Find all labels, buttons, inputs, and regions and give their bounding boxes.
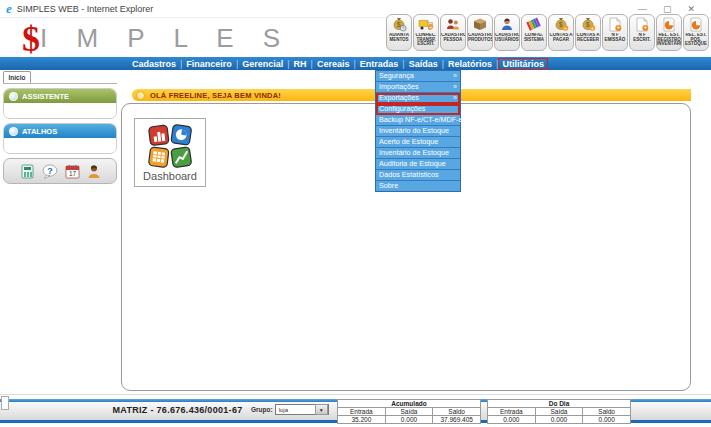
dropdown-item-label: Configurações [379,104,425,114]
table-header-cell: Entrada [338,408,386,416]
dropdown-item-inventario-do-estoque[interactable]: Inventário do Estoque [376,126,460,137]
toolbar-button-contas-a-receber[interactable]: $+ CONTAS A RECEBER [575,14,601,51]
products-box-icon [472,17,488,32]
do-dia-table: Do Dia Entrada Saída Saldo 0.000 0.000 0… [487,399,631,424]
toolbar-button-rel-posicao-estoque[interactable]: REL. EST. POS. ESTOQUE [683,14,709,51]
tab-inicio[interactable]: Início [3,71,31,83]
main-menubar: Cadastros| Financeiro| Gerencial| RH| Ce… [0,57,711,70]
toolbar-button-label: N F ESCRIT. [630,33,654,42]
submenu-arrow-icon: » [453,82,457,92]
moneybag-plus-icon: $+ [553,17,569,32]
dashboard-shortcut[interactable]: Dashboard [134,118,206,187]
acumulado-table: Acumulado Entrada Saída Saldo 35.200 0.0… [337,399,481,424]
svg-text:17: 17 [68,170,76,177]
dropdown-item-label: Auditoria de Estoque [379,159,446,169]
toolbar-button-cadastro-pessoa[interactable]: CADASTRO PESSOA [440,14,466,51]
menu-gerencial[interactable]: Gerencial [238,59,287,69]
toolbar-button-rel-registro-inventario[interactable]: REL. EST. REGISTRO INVENTÁRIO [656,14,682,51]
toolbar-button-label: CADASTRO PESSOA [441,33,465,42]
dropdown-item-label: Acerto de Estoque [379,137,438,147]
company-identifier: MATRIZ - 76.676.436/0001-67 [85,405,270,415]
submenu-arrow-icon: » [453,71,457,81]
atalhos-panel-header[interactable]: ATALHOS [4,124,116,138]
toolbar-button-nf-emissao[interactable]: + N F EMISSÃO [602,14,628,51]
atalhos-panel-title: ATALHOS [22,127,57,136]
menu-relatorios[interactable]: Relatórios [444,59,496,69]
dropdown-item-importacoes[interactable]: Importações» [376,82,460,93]
toolbar-button-label: CONHEC. TRANSP. ESCRIT. [414,33,438,47]
svg-text:+: + [591,25,595,31]
internet-explorer-icon: e [6,2,12,15]
toolbar-button-label: CADASTRO USUÁRIOS [495,33,519,42]
atalhos-panel: ATALHOS [3,123,117,154]
toolbar-button-nf-escrituracao[interactable]: + N F ESCRIT. [629,14,655,51]
user-icon [499,17,515,32]
submenu-arrow-icon: » [453,93,457,103]
table-cell: 37.969.405 [433,416,481,424]
dashboard-icon [148,124,192,168]
dropdown-item-label: Importações [379,82,419,92]
menu-cereais[interactable]: Cereais [313,59,354,69]
person-icon [87,164,101,179]
dropdown-item-label: Backup NF-e/CT-e/MDF-e [379,115,462,125]
dropdown-item-label: Inventário do Estoque [379,126,449,136]
table-cell: 0.000 [385,416,433,424]
do-dia-table-title: Do Dia [488,400,631,408]
dropdown-item-label: Dados Estatísticos [379,170,439,180]
profile-button[interactable] [87,164,101,179]
grupo-field: Grupo: loja ▼ [251,404,329,415]
dropdown-item-acerto-de-estoque[interactable]: Acerto de Estoque [376,137,460,148]
tab-strip-divider [3,83,117,84]
document-plus-icon: + [607,17,623,32]
calendar-button[interactable]: 17 [65,164,80,179]
welcome-message: OLÁ FREELINE, SEJA BEM VINDA! [150,91,281,100]
toolbar-button-label: CONTAS A PAGAR [549,33,573,42]
toolbar-button-cadastro-usuarios[interactable]: CADASTRO USUÁRIOS [494,14,520,51]
toolbar-button-config-sistema[interactable]: CONFIG. SISTEMA [521,14,547,51]
dropdown-item-seguranca[interactable]: Segurança» [376,71,460,82]
dropdown-item-auditoria-de-estoque[interactable]: Auditoria de Estoque [376,159,460,170]
assistente-panel-title: ASSISTENTE [22,92,69,101]
calculator-button[interactable] [20,164,35,179]
table-cell: 0.000 [583,416,631,424]
assistente-bullet-icon [9,92,18,101]
dropdown-item-sobre[interactable]: Sobre [376,181,460,191]
dropdown-item-backup-nfe[interactable]: Backup NF-e/CT-e/MDF-e [376,115,460,126]
utilitarios-dropdown-menu: Segurança» Importações» Exportações» Con… [375,70,461,192]
svg-text:+: + [564,25,568,31]
people-icon [445,17,461,32]
footer-corner-box [1,396,9,410]
grupo-label: Grupo: [251,406,273,413]
toolbar-button-cadastro-produtos[interactable]: CADASTRO PRODUTOS [467,14,493,51]
menu-cadastros[interactable]: Cadastros [128,59,180,69]
toolbar-button-conhec-transporte[interactable]: + CONHEC. TRANSP. ESCRIT. [413,14,439,51]
acumulado-table-title: Acumulado [338,400,481,408]
pie-report-icon [661,17,677,32]
grupo-select[interactable]: loja ▼ [275,404,329,415]
menu-rh[interactable]: RH [290,59,311,69]
table-cell: 35.200 [338,416,386,424]
dropdown-item-configuracoes[interactable]: Configurações [376,104,460,115]
assistente-panel-header[interactable]: ASSISTENTE [4,89,116,103]
menu-saidas[interactable]: Saídas [405,59,442,69]
atalhos-panel-body [4,138,116,153]
document-plus-icon: + [634,17,650,32]
menu-entradas[interactable]: Entradas [356,59,403,69]
menu-financeiro[interactable]: Financeiro [182,59,236,69]
help-button[interactable]: ? [42,164,58,179]
grupo-dropdown-arrow-icon: ▼ [315,404,328,415]
svg-text:?: ? [47,165,53,175]
toolbar-button-label: CONTAS A RECEBER [576,33,600,42]
dropdown-item-exportacoes[interactable]: Exportações» [376,93,460,104]
svg-text:+: + [429,24,432,30]
left-sidebar: Início ASSISTENTE ATALHOS ? 17 [3,71,117,184]
toolbar-button-adiantamentos[interactable]: $ ADIANTA MENTOS [386,14,412,51]
simples-logo: $I M P L E S [22,18,291,60]
moneybag-clock-icon: $ [391,17,407,32]
dropdown-item-inventario-de-estoque[interactable]: Inventário de Estoque [376,148,460,159]
toolbar-button-label: REL. EST. REGISTRO INVENTÁRIO [657,33,681,47]
menu-utilitarios[interactable]: Utilitários [498,58,548,70]
grupo-selected-value: loja [279,407,288,413]
dropdown-item-dados-estatisticos[interactable]: Dados Estatísticos [376,170,460,181]
toolbar-button-contas-a-pagar[interactable]: $+ CONTAS A PAGAR [548,14,574,51]
